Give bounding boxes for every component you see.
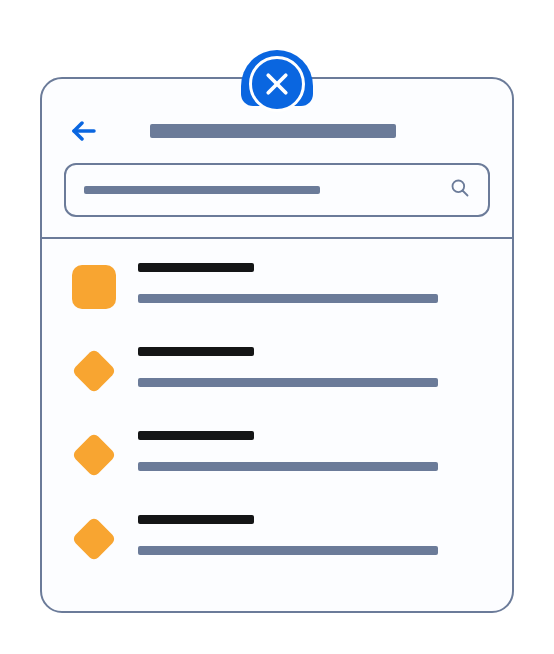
list-item[interactable] <box>72 347 472 393</box>
list-item-subtitle <box>138 462 438 471</box>
list-item[interactable] <box>72 431 472 477</box>
list-item-subtitle <box>138 294 438 303</box>
page-title <box>150 124 396 138</box>
list-item-text <box>138 347 472 387</box>
square-icon <box>72 265 116 309</box>
list-item-text <box>138 431 472 471</box>
diamond-icon <box>72 349 116 393</box>
list-item-subtitle <box>138 546 438 555</box>
list-item[interactable] <box>72 515 472 561</box>
list-item-text <box>138 515 472 555</box>
list-item-title <box>138 431 254 440</box>
diamond-icon <box>72 433 116 477</box>
list-item-text <box>138 263 472 303</box>
close-icon <box>249 56 305 112</box>
diamond-icon <box>72 517 116 561</box>
search-placeholder <box>84 186 320 194</box>
list-item-title <box>138 347 254 356</box>
back-button[interactable] <box>70 117 98 145</box>
modal-card <box>40 77 514 613</box>
list-item-subtitle <box>138 378 438 387</box>
results-list <box>42 239 512 561</box>
search-icon <box>450 178 470 202</box>
svg-line-4 <box>463 191 468 196</box>
list-item[interactable] <box>72 263 472 309</box>
search-input[interactable] <box>64 163 490 217</box>
list-item-title <box>138 515 254 524</box>
list-item-title <box>138 263 254 272</box>
close-button[interactable] <box>241 50 313 106</box>
